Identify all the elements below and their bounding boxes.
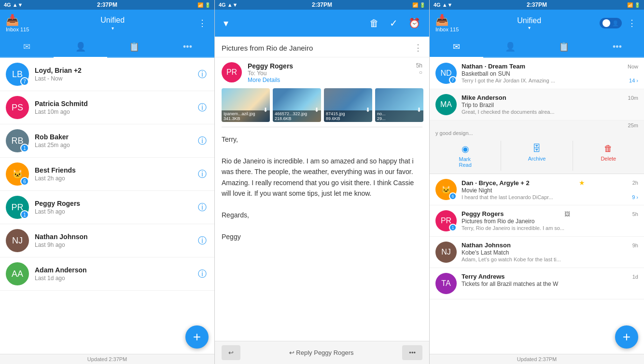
mark-read-button[interactable]: ✓ [388, 15, 400, 31]
star-icon-dan: ★ [579, 179, 585, 187]
info-btn-adam[interactable]: ⓘ [196, 266, 209, 282]
attachment-4[interactable]: no...29... ⬇ [375, 88, 423, 122]
right-contacts-icon: 👤 [505, 41, 516, 52]
right-preview-text-peggy-r: Terry, Rio de Janeiro is incredible. I a… [462, 225, 638, 231]
right-item-nathanj[interactable]: NJ Nathan Johnson 9h Kobe's Last Match A… [430, 237, 644, 268]
conv-item-rob[interactable]: RB 1 Rob Baker Last 25m ago ⓘ [0, 124, 214, 158]
right-tab-more[interactable]: ••• [590, 37, 644, 57]
right-name-row-mike: Mike Anderson 10m [462, 94, 638, 101]
right-tasks-icon: 📋 [559, 41, 569, 52]
back-button[interactable]: ▾ [222, 15, 230, 31]
reply-button[interactable]: ↩ [222, 345, 240, 360]
right-name-peggy-r: Peggy Rogers [462, 210, 504, 217]
avatar-wrap-adam: AA [6, 262, 29, 285]
left-fab[interactable]: + [185, 325, 209, 349]
conv-item-adam[interactable]: AA Adam Anderson Last 1d ago ⓘ [0, 257, 214, 291]
left-tab-more[interactable]: ••• [161, 37, 214, 57]
avatar-wrap-bestfriends: 🐱 6 [6, 162, 29, 186]
left-inbox-label: Inbox 115 [6, 27, 29, 32]
right-avatar-wrap-terry: TA [435, 273, 457, 294]
email-greeting: Terry, [222, 134, 422, 145]
conv-item-peggy[interactable]: PR 1 Peggy Rogers Last 5h ago ⓘ [0, 191, 214, 224]
right-tab-contacts[interactable]: 👤 [483, 37, 537, 57]
attachment-1[interactable]: Ipanem...azil.jpg341.3KB ⬇ [222, 88, 270, 122]
email-footer: ↩ ↩ Reply Peggy Rogers ••• [215, 341, 429, 364]
left-tab-tasks[interactable]: 📋 [107, 37, 161, 57]
mark-read-action[interactable]: ◉ MarkRead [430, 141, 501, 171]
right-header-title[interactable]: Unified ▾ [517, 16, 541, 30]
email-more-actions-button[interactable]: ••• [402, 345, 422, 360]
info-btn-bestfriends[interactable]: ⓘ [196, 166, 209, 182]
download-icon-2[interactable]: ⬇ [314, 107, 319, 113]
info-btn-patricia[interactable]: ⓘ [196, 100, 209, 115]
right-item-mike[interactable]: MA Mike Anderson 10m Trip to Brazil Grea… [430, 89, 644, 121]
left-signal: 📶 🔋 [197, 2, 210, 8]
reply-label: ↩ Reply Peggy Rogers [244, 349, 398, 356]
conv-sub-loyd: Last - Now [35, 75, 196, 82]
more-details-link[interactable]: More Details [248, 77, 410, 83]
delete-button[interactable]: 🗑 [367, 16, 381, 31]
right-fab[interactable]: + [615, 325, 638, 349]
email-body: Terry, Rio de Janeiro is incredible. I a… [215, 127, 429, 341]
conv-sub-bestfriends: Last 2h ago [35, 175, 196, 182]
archive-icon: 🗄 [532, 144, 541, 154]
left-header-title[interactable]: Unified ▾ [100, 16, 125, 31]
right-item-dan[interactable]: 🐱 6 Dan · Bryce, Argyle + 2 ★ 2h Movie N… [430, 174, 644, 205]
conv-item-nathan[interactable]: NJ Nathan Johnson Last 9h ago ⓘ [0, 224, 214, 257]
left-tab-mail[interactable]: ✉ [0, 37, 54, 57]
conv-info-adam: Adam Anderson Last 1d ago [35, 266, 196, 282]
right-avatar-terry: TA [435, 273, 457, 294]
archive-action[interactable]: 🗄 Archive [501, 141, 573, 171]
right-preview-text-dan: I heard that the last Leonardo DiCapr... [462, 194, 630, 200]
attachment-2[interactable]: 466572...322.jpg218.6KB ⬇ [273, 88, 321, 122]
right-avatar-wrap-dan: 🐱 6 [435, 179, 457, 200]
conv-name-nathan: Nathan Johnson [35, 233, 196, 241]
snooze-button[interactable]: ⏰ [406, 15, 422, 31]
info-btn-nathan[interactable]: ⓘ [196, 233, 209, 248]
right-email-list: ND 7 Nathan · Dream Team Now Basketball … [430, 58, 644, 354]
mid-status-bar: 4G ▲▼ 2:37PM 📶 🔋 [215, 0, 429, 10]
right-time-peggy-r: 5h [632, 211, 638, 217]
right-more-button[interactable]: ⋮ [626, 16, 638, 30]
right-tab-tasks[interactable]: 📋 [537, 37, 590, 57]
right-network: 4G ▲▼ [434, 2, 453, 8]
right-avatar-wrap-peggy-r: PR 1 [435, 210, 457, 231]
toggle-button[interactable]: 👤 [600, 18, 622, 28]
right-inbox-label: Inbox 115 [435, 27, 459, 32]
info-btn-rob[interactable]: ⓘ [196, 133, 209, 148]
avatar-nathan: NJ [6, 229, 29, 252]
contacts-icon: 👤 [75, 41, 86, 52]
download-icon-3[interactable]: ⬇ [365, 107, 370, 113]
left-more-button[interactable]: ⋮ [196, 16, 209, 30]
right-mail-icon: ✉ [453, 41, 460, 52]
conv-item-loyd[interactable]: LB 7 Loyd, Brian +2 Last - Now ⓘ [0, 58, 214, 91]
conv-item-bestfriends[interactable]: 🐱 6 Best Friends Last 2h ago ⓘ [0, 158, 214, 191]
download-icon-4[interactable]: ⬇ [417, 107, 421, 113]
right-item-peggy[interactable]: PR 1 Peggy Rogers 🖼 5h Pictures from Rio… [430, 205, 644, 237]
badge-peggy: 1 [20, 210, 29, 219]
left-time: 2:37PM [97, 1, 117, 8]
sender-time: 5h [416, 62, 422, 69]
conv-item-patricia[interactable]: PS Patricia Schmitd Last 10m ago ⓘ [0, 91, 214, 124]
right-badge-dan: 6 [449, 192, 457, 200]
delete-icon: 🗑 [604, 144, 613, 154]
left-tab-contacts[interactable]: 👤 [54, 37, 107, 57]
info-btn-loyd[interactable]: ⓘ [196, 67, 209, 82]
middle-panel: 4G ▲▼ 2:37PM 📶 🔋 ▾ 🗑 ✓ ⏰ Pictures from R… [215, 0, 430, 364]
email-more-button[interactable]: ⋮ [414, 42, 422, 53]
right-item-nathan-dream[interactable]: ND 7 Nathan · Dream Team Now Basketball … [430, 58, 644, 89]
right-tab-mail[interactable]: ✉ [430, 37, 483, 57]
sender-time-wrap: 5h ○ [416, 62, 422, 76]
right-name-mike: Mike Anderson [462, 94, 506, 101]
delete-action[interactable]: 🗑 Delete [573, 141, 644, 171]
left-panel: 4G ▲▼ 2:37PM 📶 🔋 📥 Inbox 115 Unified ▾ ⋮… [0, 0, 215, 364]
attachment-3[interactable]: 87415.jpg89.6KB ⬇ [324, 88, 372, 122]
info-btn-peggy[interactable]: ⓘ [196, 200, 209, 215]
right-item-terry[interactable]: TA Terry Andrews 1d Tickets for all Braz… [430, 268, 644, 299]
avatar-adam: AA [6, 262, 29, 285]
right-time-nathanj: 9h [632, 243, 638, 248]
badge-rob: 1 [20, 144, 29, 152]
right-time-terry: 1d [632, 274, 638, 280]
conv-info-peggy: Peggy Rogers Last 5h ago [35, 200, 196, 215]
download-icon-1[interactable]: ⬇ [263, 107, 268, 113]
